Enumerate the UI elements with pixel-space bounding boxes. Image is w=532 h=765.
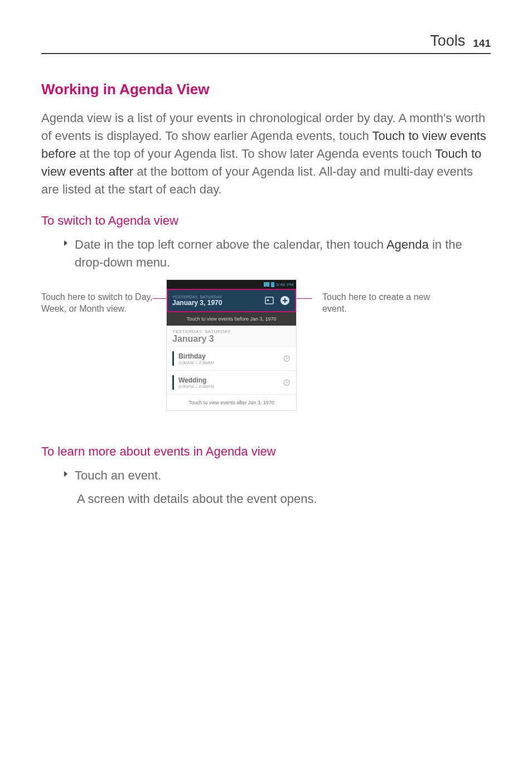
followup-text: A screen with details about the event op… — [77, 490, 491, 508]
header-page-number: 141 — [473, 37, 491, 50]
intro-text-2: at the top of your Agenda list. To show … — [76, 147, 435, 161]
battery-icon — [271, 282, 274, 287]
reminder-icon — [283, 355, 291, 362]
event-color-bar — [172, 375, 174, 390]
title-bar-date[interactable]: YESTERDAY, SATURDAY January 3, 1970 — [172, 295, 259, 307]
bullet-arrow-icon — [64, 240, 68, 246]
status-time: 3:46 PM — [276, 282, 294, 287]
bullet-text: Date in the top left corner above the ca… — [75, 236, 491, 272]
day-date: January 3 — [172, 334, 291, 344]
event-title: Wedding — [178, 376, 283, 384]
heading-working-in-agenda: Working in Agenda View — [41, 81, 491, 98]
svg-rect-0 — [265, 297, 273, 304]
callout-line — [297, 298, 312, 299]
event-time: 1:00AM – 2:00AM — [178, 360, 283, 365]
signal-icon — [264, 282, 269, 287]
intro-paragraph: Agenda view is a list of your events in … — [41, 109, 491, 198]
callout-right: Touch here to create a new event. — [312, 279, 435, 315]
bullet-text: Touch an event. — [75, 467, 161, 485]
event-title: Birthday — [178, 352, 283, 360]
subheading-switch-agenda: To switch to Agenda view — [41, 214, 491, 228]
add-event-icon[interactable] — [279, 295, 291, 306]
callout-line — [153, 298, 166, 299]
reminder-icon — [283, 379, 291, 386]
title-bar-sub: YESTERDAY, SATURDAY — [172, 295, 259, 299]
bullet-item: Date in the top left corner above the ca… — [64, 236, 491, 272]
bullet-arrow-icon — [64, 471, 68, 477]
event-time: 8:00PM – 9:00PM — [178, 384, 283, 389]
view-after-bar[interactable]: Touch to view events after Jan 3, 1970 — [167, 395, 296, 410]
phone-screenshot: 3:46 PM YESTERDAY, SATURDAY January 3, 1… — [166, 279, 297, 411]
event-color-bar — [172, 351, 174, 366]
subheading-learn-more: To learn more about events in Agenda vie… — [41, 444, 491, 459]
callout-left: Touch here to switch to Day, Week, or Mo… — [41, 279, 153, 315]
status-bar: 3:46 PM — [167, 280, 296, 289]
view-before-bar[interactable]: Touch to view events before Jan 3, 1970 — [167, 312, 296, 326]
title-bar[interactable]: YESTERDAY, SATURDAY January 3, 1970 — [167, 289, 296, 312]
title-bar-main: January 3, 1970 — [172, 299, 259, 307]
day-of-week: YESTERDAY, SATURDAY — [172, 329, 291, 334]
header-section: Tools — [430, 32, 465, 50]
bullet-item: Touch an event. — [64, 467, 491, 485]
page-header: Tools 141 — [41, 32, 491, 54]
today-icon[interactable] — [264, 295, 275, 306]
event-row[interactable]: Birthday 1:00AM – 2:00AM — [167, 347, 296, 371]
figure: Touch here to switch to Day, Week, or Mo… — [41, 279, 491, 411]
day-header: YESTERDAY, SATURDAY January 3 — [167, 326, 296, 347]
event-row[interactable]: Wedding 8:00PM – 9:00PM — [167, 371, 296, 395]
svg-rect-1 — [267, 299, 269, 301]
